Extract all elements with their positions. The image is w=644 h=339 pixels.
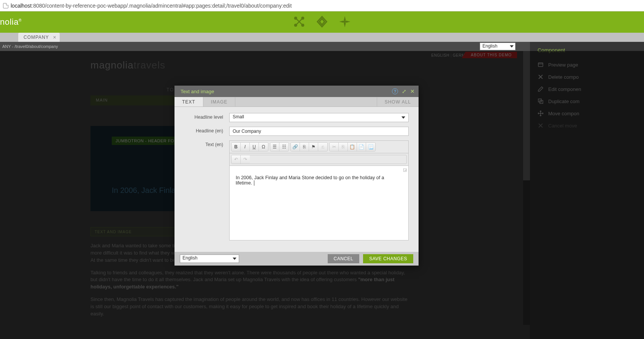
dialog-body: Headline level Small Headline (en) Text … [174, 107, 419, 252]
cancel-icon [538, 123, 544, 129]
special-char-button[interactable]: Ω [259, 143, 268, 151]
scrollbar-thumb[interactable] [523, 51, 530, 180]
url-text: localhost:8080/content-by-reference-poc-… [11, 3, 292, 9]
vertical-scrollbar[interactable] [523, 51, 530, 325]
anchor-button[interactable]: ⚑ [309, 143, 318, 151]
dialog-footer: English CANCEL SAVE CHANGES [174, 252, 419, 266]
about-demo-ribbon[interactable]: ABOUT THIS DEMO [462, 52, 517, 58]
page-icon [3, 3, 8, 8]
action-delete-component[interactable]: Delete compo [530, 71, 644, 83]
close-icon[interactable]: ✕ [410, 88, 415, 94]
internal-link-button[interactable]: ⎘ [300, 143, 309, 151]
paste-word-button[interactable]: 📃 [366, 143, 375, 151]
link-button[interactable]: 🔗 [291, 143, 300, 151]
tab-image[interactable]: IMAGE [203, 97, 236, 107]
browser-url-bar[interactable]: localhost:8080/content-by-reference-poc-… [0, 0, 644, 11]
unlink-button[interactable]: ⎌ [318, 143, 327, 151]
copy-button[interactable]: ⎘ [339, 143, 348, 151]
label-headline-level: Headline level [184, 113, 229, 120]
duplicate-icon [538, 98, 544, 104]
dialog-text-and-image: Text and image ? ⤢ ✕ TEXT IMAGE SHOW ALL… [174, 86, 419, 266]
tab-bar: COMPANY × [0, 33, 644, 42]
pulse-icon[interactable] [316, 16, 328, 29]
help-icon[interactable]: ? [392, 88, 398, 94]
save-button[interactable]: SAVE CHANGES [363, 254, 413, 263]
logo-fragment: nolia® [0, 17, 22, 27]
close-icon[interactable]: × [53, 34, 57, 40]
paste-text-button[interactable]: 📄 [357, 143, 366, 151]
action-move-component[interactable]: Move compon [530, 107, 644, 119]
preview-icon [538, 62, 544, 68]
chevron-down-icon [401, 116, 405, 119]
italic-button[interactable]: I [241, 143, 250, 151]
rte-toolbar: B I U Ω ☰ ☷ 🔗 ⎘ ⚑ ⎌ [229, 140, 409, 153]
app-header: nolia® [0, 11, 644, 33]
workspace: ANY - /travel0/about/company English ENG… [0, 42, 644, 339]
paste-button[interactable]: 📋 [348, 143, 357, 151]
redo-button[interactable]: ↷ [241, 155, 250, 164]
dialog-tabs: TEXT IMAGE SHOW ALL [174, 97, 419, 107]
action-panel: Component Preview page Delete compo Edit… [530, 42, 644, 339]
pencil-icon [538, 86, 544, 92]
tab-company[interactable]: COMPANY × [18, 33, 60, 42]
chevron-down-icon [510, 45, 514, 48]
action-cancel-move: Cancel move [530, 119, 644, 132]
rte-toolbar-row2: ↶ ↷ [229, 153, 409, 166]
tab-text[interactable]: TEXT [174, 97, 203, 107]
svg-rect-5 [538, 63, 543, 67]
cut-button[interactable]: ✂ [330, 143, 339, 151]
chevron-down-icon [233, 258, 236, 260]
label-headline-en: Headline (en) [184, 127, 229, 134]
ordered-list-button[interactable]: ☰ [270, 143, 279, 151]
unordered-list-button[interactable]: ☷ [279, 143, 289, 151]
cancel-button[interactable]: CANCEL [328, 254, 360, 263]
dialog-language-select[interactable]: English [180, 255, 239, 263]
delete-icon [538, 74, 544, 80]
rte-editor[interactable]: ◲ In 2006, Jack Finlay and Maria Stone d… [229, 166, 409, 240]
dialog-header: Text and image ? ⤢ ✕ [174, 86, 419, 97]
label-text-en: Text (en) [184, 140, 229, 147]
action-preview-page[interactable]: Preview page [530, 59, 644, 71]
rte-expand-icon[interactable]: ◲ [403, 167, 407, 172]
expand-icon[interactable]: ⤢ [402, 88, 406, 94]
apps-icon[interactable] [293, 16, 305, 29]
action-duplicate-component[interactable]: Duplicate com [530, 95, 644, 107]
language-dropdown-top[interactable]: English [480, 43, 516, 50]
select-headline-level[interactable]: Small [229, 113, 409, 122]
favorites-icon[interactable] [339, 16, 351, 29]
input-headline-en[interactable] [229, 127, 409, 136]
action-edit-component[interactable]: Edit componen [530, 83, 644, 95]
action-panel-title: Component [530, 44, 644, 59]
move-icon [538, 110, 544, 116]
dialog-title: Text and image [181, 89, 392, 94]
underline-button[interactable]: U [250, 143, 259, 151]
site-logo: magnoliatravels [90, 59, 411, 71]
bold-button[interactable]: B [232, 143, 241, 151]
tab-label: COMPANY [24, 35, 49, 40]
undo-button[interactable]: ↶ [232, 155, 241, 164]
tab-show-all[interactable]: SHOW ALL [377, 97, 419, 107]
